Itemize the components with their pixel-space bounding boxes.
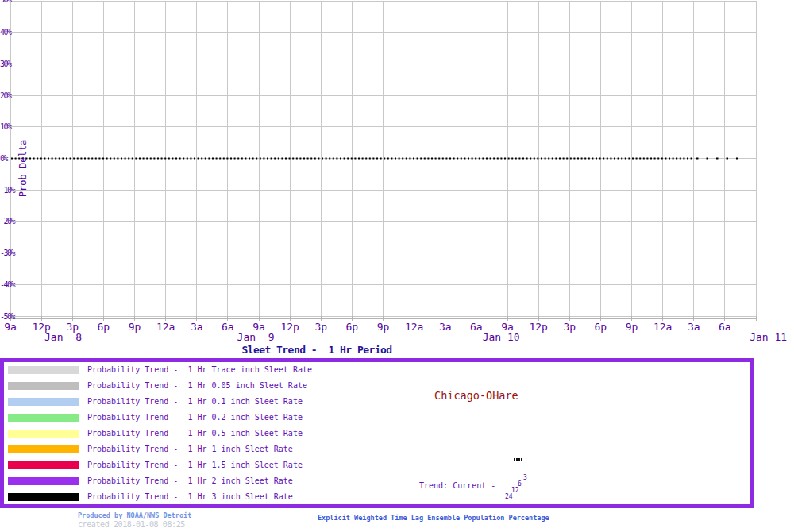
y-tick-label: 20%: [0, 91, 12, 100]
legend-item: Probability Trend - 1 Hr 0.1 inch Sleet …: [4, 394, 312, 410]
trend-dot: [514, 458, 515, 461]
x-tick-label: 6p: [346, 321, 359, 333]
legend-item: Probability Trend - 1 Hr 0.5 inch Sleet …: [4, 426, 312, 441]
legend-label: Probability Trend - 1 Hr 0.1 inch Sleet …: [87, 398, 303, 406]
x-tick-label: 12a: [156, 321, 175, 333]
y-tick-label: 40%: [0, 28, 12, 37]
y-tick-label: -50%: [0, 312, 16, 321]
trend-dots-marker: [514, 458, 523, 461]
legend-item: Probability Trend - 1 Hr 0.05 inch Sleet…: [4, 378, 312, 394]
trend-dot: [518, 458, 520, 461]
y-tick-label: -30%: [0, 249, 16, 257]
x-tick-label: 3p: [563, 321, 576, 333]
legend-label: Probability Trend - 1 Hr 1.5 inch Sleet …: [87, 461, 303, 469]
x-tick-label: 9p: [129, 321, 141, 333]
legend-label: Probability Trend - 1 Hr 0.05 inch Sleet…: [87, 382, 307, 390]
legend-item: Probability Trend - 1 Hr 1 inch Sleet Ra…: [4, 441, 312, 457]
x-tick-label: 12p: [280, 321, 299, 333]
legend-label: Probability Trend - 1 Hr 2 inch Sleet Ra…: [87, 477, 293, 485]
legend-item: Probability Trend - 1 Hr Trace inch Slee…: [4, 362, 312, 378]
y-tick-label: 30%: [0, 60, 12, 68]
station-label: Chicago-OHare: [434, 389, 518, 402]
trend-current-label: Trend: Current -: [419, 481, 500, 490]
x-date-label: Jan 8: [44, 331, 82, 343]
legend-label: Probability Trend - 1 Hr Trace inch Slee…: [87, 366, 312, 374]
x-tick-label: 9a: [4, 321, 17, 333]
chart-title: Sleet Trend - 1 Hr Period: [0, 344, 634, 356]
y-tick-label: 10%: [0, 122, 12, 131]
x-date-label: Jan 11: [750, 331, 787, 343]
y-tick-label: -20%: [0, 217, 16, 226]
y-tick-label: 0%: [0, 154, 9, 163]
trend-plot: 50%40%30%20%10%0%-10%-20%-30%-40%-50%9a1…: [0, 0, 794, 361]
legend-item: Probability Trend - 1 Hr 2 inch Sleet Ra…: [4, 473, 312, 489]
x-tick-label: 6p: [595, 321, 607, 333]
x-tick-label: 6p: [98, 321, 110, 333]
y-axis-title: Prob Delta: [17, 140, 29, 197]
trend-lag-3hr: 3: [523, 475, 527, 481]
trend-lag-24hr: 24: [505, 494, 513, 500]
x-date-label: Jan 10: [483, 331, 520, 343]
legend-swatch: [8, 382, 79, 390]
x-tick-label: 3a: [439, 321, 452, 333]
legend-swatch: [8, 461, 79, 469]
footer-produced-by: Produced by NOAA/NWS Detroit: [78, 511, 191, 519]
legend-swatch: [8, 414, 79, 422]
x-tick-label: 12a: [653, 321, 672, 333]
legend-box: Probability Trend - 1 Hr Trace inch Slee…: [0, 358, 754, 508]
legend-item: Probability Trend - 1 Hr 0.2 inch Sleet …: [4, 410, 312, 426]
trend-dot: [521, 458, 522, 461]
legend-swatch: [8, 398, 79, 406]
legend-label: Probability Trend - 1 Hr 3 inch Sleet Ra…: [87, 493, 293, 501]
x-tick-label: 3a: [688, 321, 700, 333]
trend-dot: [516, 458, 518, 461]
y-tick-label: -40%: [0, 280, 16, 289]
legend-swatch: [8, 430, 79, 438]
legend-item: Probability Trend - 1 Hr 1.5 inch Sleet …: [4, 457, 312, 473]
legend-swatch: [8, 366, 79, 374]
x-tick-label: 6a: [470, 321, 483, 333]
x-date-label: Jan 9: [237, 331, 275, 343]
x-tick-label: 9p: [377, 321, 390, 333]
legend-item: Probability Trend - 1 Hr 3 inch Sleet Ra…: [4, 489, 312, 505]
x-tick-label: 6a: [719, 321, 731, 333]
x-tick-label: 12p: [529, 321, 548, 333]
x-tick-label: 6a: [222, 321, 234, 333]
x-tick-label: 3p: [314, 321, 327, 333]
legend-label: Probability Trend - 1 Hr 0.2 inch Sleet …: [87, 414, 303, 422]
y-tick-label: 50%: [0, 0, 12, 4]
legend-swatch: [8, 445, 79, 453]
legend-label: Probability Trend - 1 Hr 1 inch Sleet Ra…: [87, 445, 293, 453]
footer-caption: Explicit Weighted Time Lag Ensemble Popu…: [318, 514, 549, 522]
y-tick-label: -10%: [0, 186, 16, 195]
x-tick-label: 12a: [405, 321, 423, 333]
footer-created-timestamp: created 2018-01-08 08:25: [78, 520, 185, 529]
legend-rows: Probability Trend - 1 Hr Trace inch Slee…: [4, 362, 312, 505]
sleet-trend-meteogram: 50%40%30%20%10%0%-10%-20%-30%-40%-50%9a1…: [0, 0, 794, 532]
legend-label: Probability Trend - 1 Hr 0.5 inch Sleet …: [87, 430, 303, 438]
x-tick-label: 3a: [191, 321, 203, 333]
legend-swatch: [8, 477, 79, 485]
x-tick-label: 9p: [626, 321, 638, 333]
legend-swatch: [8, 493, 79, 501]
